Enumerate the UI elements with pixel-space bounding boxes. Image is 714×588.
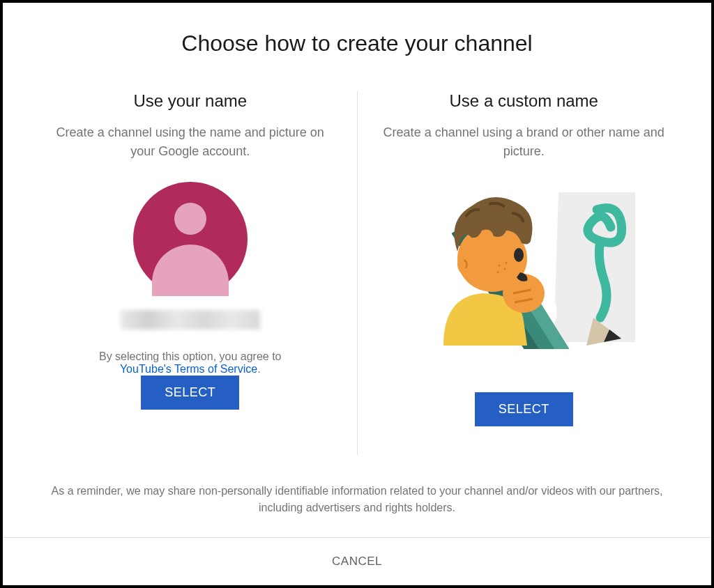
option-personal-description: Create a channel using the name and pict… — [45, 123, 336, 161]
account-name-redacted — [121, 310, 260, 330]
option-custom-title: Use a custom name — [450, 91, 598, 111]
svg-point-6 — [514, 248, 524, 262]
create-channel-dialog: Choose how to create your channel Use yo… — [3, 3, 711, 585]
dialog-footer: CANCEL — [3, 537, 711, 585]
dialog-title: Choose how to create your channel — [181, 31, 532, 56]
custom-channel-illustration — [409, 182, 639, 349]
terms-agreement: By selecting this option, you agree to Y… — [99, 350, 282, 376]
option-use-custom-name: Use a custom name Create a channel using… — [358, 91, 691, 455]
options-container: Use your name Create a channel using the… — [24, 91, 690, 455]
svg-point-9 — [497, 272, 499, 274]
option-custom-description: Create a channel using a brand or other … — [379, 123, 670, 161]
select-custom-button[interactable]: SELECT — [475, 392, 573, 426]
option-personal-title: Use your name — [133, 91, 247, 111]
select-personal-button[interactable]: SELECT — [141, 376, 239, 410]
svg-point-5 — [457, 253, 474, 275]
svg-point-8 — [504, 268, 506, 270]
option-use-your-name: Use your name Create a channel using the… — [24, 91, 358, 455]
cancel-button[interactable]: CANCEL — [332, 555, 382, 568]
reminder-text: As a reminder, we may share non-personal… — [43, 483, 671, 516]
svg-point-10 — [506, 262, 508, 264]
avatar-placeholder-icon — [133, 182, 248, 296]
svg-point-7 — [499, 265, 501, 267]
terms-of-service-link[interactable]: YouTube's Terms of Service. — [120, 363, 261, 375]
dialog-content: Choose how to create your channel Use yo… — [3, 3, 711, 537]
terms-intro-text: By selecting this option, you agree to — [99, 350, 282, 362]
